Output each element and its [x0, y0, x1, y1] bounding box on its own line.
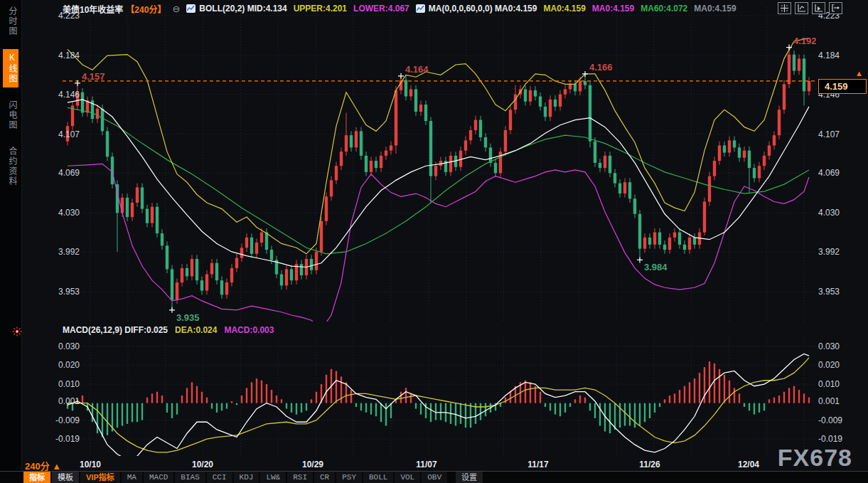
toolbar-button-macd[interactable]: MACD	[144, 472, 173, 483]
toolbar-button-cr[interactable]: CR	[314, 472, 335, 483]
toolbar-button-lw&[interactable]: LW&	[260, 472, 286, 483]
axis-label: 0.001	[43, 396, 80, 406]
axis-label: 4.030	[818, 208, 855, 218]
axis-label: 0.020	[43, 360, 80, 370]
axis-label: -0.019	[43, 434, 80, 444]
date-label: 10/29	[291, 460, 334, 469]
date-label: 11/07	[405, 460, 448, 469]
symbol-title: 美债10年收益率	[63, 3, 123, 15]
toolbar-button-指标[interactable]: 指标	[23, 472, 50, 483]
date-label: 10/10	[69, 460, 112, 469]
axis-label: 3.992	[43, 247, 80, 257]
axis-label: 4.069	[818, 168, 855, 178]
ma60-value: MA60:4.072	[641, 4, 687, 14]
axis-label: 4.184	[818, 51, 855, 60]
high-annotation: 4.164	[405, 64, 429, 75]
trading-app-window: 分时图K线图闪电图合约资料 美债10年收益率 【240分】 ⊖ BOLL(20,…	[0, 0, 868, 483]
boll-lower-value: LOWER:4.067	[353, 4, 409, 14]
watermark-logo: FX678	[778, 444, 852, 472]
ma0-magenta-value: MA0:4.159	[592, 4, 634, 14]
boll-upper-value: UPPER:4.201	[294, 4, 347, 14]
indicator-chart-icon[interactable]	[186, 4, 195, 13]
high-annotation: 4.157	[82, 71, 105, 82]
toolbar-button-kdj[interactable]: KDJ	[234, 472, 259, 483]
macd-macd-value: MACD:0.003	[224, 325, 274, 335]
axis-label: -0.009	[818, 415, 855, 425]
exit-pane-icon[interactable]	[829, 2, 842, 14]
axis-label: 0.010	[818, 379, 855, 389]
bottom-toolbar: 指标模板VIP指标MAMACDBIASCCIKDJLW&RSICRPSYBOLL…	[0, 471, 868, 483]
toolbar-button-设置[interactable]: 设置	[456, 472, 483, 483]
chart-tool-buttons	[778, 2, 842, 14]
macd-dea-value: DEA:0.024	[175, 325, 217, 335]
sidebar-tab-2[interactable]: K线图	[3, 49, 18, 87]
date-label: 11/26	[628, 460, 671, 469]
axis-label: 4.146	[43, 90, 80, 100]
price-up-arrow-icon: ▲	[855, 69, 863, 78]
axis-label: 4.184	[43, 51, 80, 60]
period-label: 【240分】	[126, 3, 166, 15]
date-label: 11/17	[517, 460, 559, 469]
ma-label: MA(0,0,0,60,0,0) MA0:4.159	[429, 4, 537, 14]
toolbar-button-ma[interactable]: MA	[122, 472, 142, 483]
ma0-yellow-value: MA0:4.159	[543, 4, 585, 14]
pan-tool-icon[interactable]	[778, 2, 791, 14]
left-sidebar: 分时图K线图闪电图合约资料	[0, 0, 22, 483]
axis-label: -0.019	[818, 434, 855, 444]
ma0-gray-value: MA0:4.159	[694, 4, 736, 14]
macd-plot[interactable]	[63, 324, 816, 456]
chart-header: 美债10年收益率 【240分】 ⊖ BOLL(20,2) MID:4.134 U…	[63, 2, 736, 15]
indicator-chart-icon[interactable]	[416, 4, 425, 13]
axis-label: 0.001	[818, 396, 855, 406]
high-annotation: 4.192	[793, 36, 816, 46]
main-chart-plot[interactable]: 4.1573.9354.1644.1663.9844.192	[63, 0, 816, 322]
low-annotation: 3.935	[176, 312, 200, 322]
collapse-icon[interactable]: ⊖	[172, 4, 180, 14]
toolbar-button-boll[interactable]: BOLL	[363, 472, 393, 483]
sidebar-tab-4[interactable]: 合约资料	[3, 143, 18, 190]
axis-label: 4.107	[818, 129, 855, 139]
toolbar-button-vol[interactable]: VOL	[395, 472, 420, 483]
toolbar-button-obv[interactable]: OBV	[422, 472, 447, 483]
low-annotation: 3.984	[644, 262, 668, 272]
macd-label: MACD(26,12,9) DIFF:0.025	[63, 325, 168, 335]
toolbar-button-模板[interactable]: 模板	[52, 472, 79, 483]
date-label: 10/20	[181, 460, 224, 469]
zoom-out-axis-icon[interactable]	[812, 2, 825, 14]
axis-label: 4.107	[43, 129, 80, 139]
axis-label: 4.069	[43, 168, 80, 178]
toolbar-button-psy[interactable]: PSY	[336, 472, 362, 483]
axis-label: 4.030	[43, 208, 80, 218]
high-annotation: 4.166	[589, 62, 613, 73]
alarm-icon[interactable]	[12, 327, 22, 336]
toolbar-button-cci[interactable]: CCI	[207, 472, 232, 483]
toolbar-button-vip指标[interactable]: VIP指标	[80, 472, 120, 483]
axis-label: 0.030	[818, 341, 855, 351]
zoom-in-axis-icon[interactable]	[795, 2, 808, 14]
axis-label: 0.010	[43, 379, 80, 389]
sidebar-tab-1[interactable]: 分时图	[3, 3, 18, 40]
date-label: 12/04	[727, 460, 770, 469]
macd-header: MACD(26,12,9) DIFF:0.025 DEA:0.024 MACD:…	[63, 325, 274, 335]
toolbar-button-bias[interactable]: BIAS	[175, 472, 205, 483]
axis-label: 3.953	[818, 287, 855, 297]
axis-label: 3.953	[43, 287, 80, 297]
axis-label: 3.992	[818, 247, 855, 257]
axis-label: 0.020	[818, 360, 855, 370]
axis-label: 0.030	[43, 341, 80, 351]
current-price-tag: 4.159	[818, 79, 867, 94]
axis-label: -0.009	[43, 415, 80, 425]
boll-label: BOLL(20,2) MID:4.134	[199, 4, 286, 14]
sidebar-tab-3[interactable]: 闪电图	[3, 97, 18, 134]
toolbar-button-rsi[interactable]: RSI	[287, 472, 313, 483]
